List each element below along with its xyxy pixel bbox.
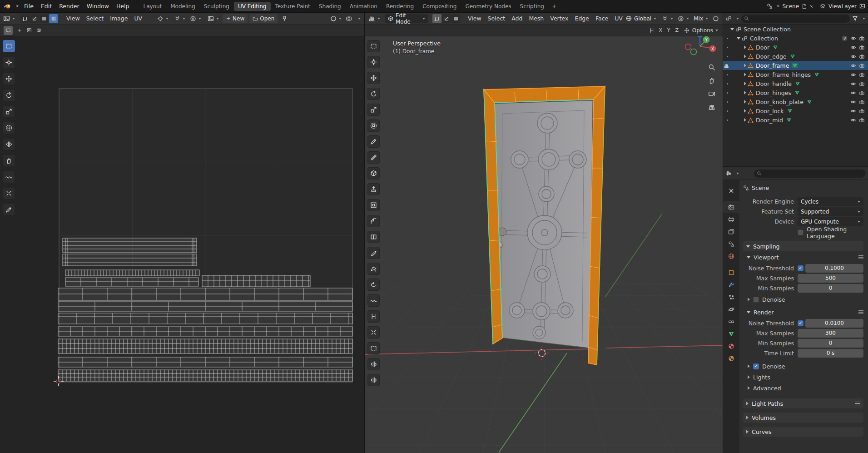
uv-scale-tool[interactable] [3, 105, 15, 118]
expand-toggle[interactable] [744, 45, 746, 49]
view-layer-properties-tab[interactable] [723, 225, 739, 238]
uv-face-select-icon[interactable] [40, 14, 49, 23]
viewport-bevel-tool[interactable] [367, 215, 380, 227]
menu-edit[interactable]: Edit [37, 0, 55, 13]
uv-move-tool[interactable] [3, 73, 15, 85]
viewport-annotate-tool[interactable] [367, 135, 380, 148]
viewport-shrink-flatten-tool[interactable] [367, 326, 380, 339]
workspace-tab-sculpting[interactable]: Sculpting [200, 2, 233, 11]
grid-ortho-icon[interactable] [708, 103, 715, 110]
pan-hand-icon[interactable] [708, 77, 715, 84]
volumes-panel[interactable]: Volumes [743, 413, 863, 423]
workspace-tab-texture-paint[interactable]: Texture Paint [271, 2, 314, 11]
menu-file[interactable]: File [20, 0, 37, 13]
outliner-row-door[interactable]: Door [723, 43, 868, 52]
viewport-smooth-tool[interactable] [367, 294, 380, 307]
outliner-row-door-frame[interactable]: Door_frame [723, 61, 868, 70]
render-max-samples-value[interactable]: 300 [798, 329, 863, 338]
select-intersect-icon[interactable] [34, 26, 43, 35]
render-visibility-camera-icon[interactable] [859, 99, 865, 105]
vertex-select-icon[interactable] [432, 14, 441, 23]
uv-menu-uv[interactable]: UV [131, 13, 145, 25]
workspace-tab-modeling[interactable]: Modeling [166, 2, 199, 11]
uv-transform-tool[interactable] [3, 122, 15, 134]
zoom-icon[interactable] [708, 64, 715, 71]
mix-dropdown[interactable]: Mix [694, 15, 708, 22]
menu-render[interactable]: Render [55, 0, 83, 13]
uv-select-box-tool[interactable] [3, 40, 15, 52]
uv-edge-select-icon[interactable] [30, 14, 39, 23]
properties-search-input[interactable] [764, 170, 863, 177]
uv-rotate-tool[interactable] [3, 89, 15, 101]
visibility-eye-icon[interactable] [850, 117, 856, 123]
uv-menu-image[interactable]: Image [107, 13, 131, 25]
preset-menu-icon[interactable] [858, 255, 863, 259]
time-limit-value[interactable]: 0 s [798, 349, 863, 358]
menu-window[interactable]: Window [83, 0, 113, 13]
workspace-tab-compositing[interactable]: Compositing [418, 2, 461, 11]
outliner-row-door-edge[interactable]: Door_edge [723, 52, 868, 61]
outliner-search[interactable] [741, 15, 850, 23]
viewport-menu-add[interactable]: Add [508, 13, 526, 25]
preset-menu-icon[interactable] [858, 310, 863, 314]
viewport-cursor-tool[interactable] [367, 56, 380, 68]
uv-relax-tool[interactable] [3, 171, 15, 183]
viewport-menu-face[interactable]: Face [592, 13, 611, 25]
render-noise-threshold-checkbox[interactable] [798, 320, 804, 326]
properties-editor-type-icon[interactable] [726, 170, 732, 176]
outliner-row-door-frame-hinges[interactable]: Door_frame_hinges [723, 70, 868, 79]
edge-select-icon[interactable] [442, 14, 451, 23]
shading-sphere-icon[interactable] [713, 15, 719, 22]
outliner-row-door-hinges[interactable]: Door_hinges [723, 88, 868, 97]
visibility-eye-icon[interactable] [850, 72, 856, 78]
render-engine-select[interactable]: Cycles [798, 197, 863, 206]
sampling-viewport-subpanel[interactable]: Viewport [747, 253, 863, 262]
unlink-scene-icon[interactable] [809, 4, 813, 9]
new-scene-icon[interactable] [802, 4, 807, 9]
render-visibility-camera-icon[interactable] [859, 117, 865, 123]
viewport-menu-view[interactable]: View [465, 13, 485, 25]
uv-menu-view[interactable]: View [63, 13, 83, 25]
door-model[interactable] [484, 86, 605, 365]
render-denoise-checkbox[interactable] [753, 363, 759, 369]
viewport-loop-cut-tool[interactable] [367, 231, 380, 243]
visibility-eye-icon[interactable] [850, 63, 856, 69]
expand-toggle[interactable] [744, 73, 746, 76]
blender-logo-icon[interactable] [4, 3, 12, 10]
tool-options-dropdown[interactable]: Options [692, 27, 718, 34]
new-image-button[interactable]: New [223, 14, 248, 23]
render-noise-threshold-value[interactable]: 0.0100 [805, 319, 863, 328]
camera-view-icon[interactable] [708, 90, 715, 97]
uv-editor-type-icon[interactable] [3, 15, 10, 22]
uv-grab-tool[interactable] [3, 154, 15, 167]
collection-exclude-checkbox[interactable] [842, 36, 847, 41]
expand-toggle[interactable] [744, 55, 746, 58]
visibility-eye-icon[interactable] [850, 99, 856, 105]
uv-annotate-tool[interactable] [3, 204, 15, 216]
snap-magnet-icon[interactable] [174, 15, 180, 22]
expand-toggle[interactable] [744, 118, 746, 122]
object-data-properties-tab[interactable] [723, 328, 739, 340]
render-denoise-row[interactable]: Denoise [748, 362, 865, 371]
proportional-editing-icon[interactable] [678, 15, 684, 22]
workspace-tab-shading[interactable]: Shading [315, 2, 345, 11]
view-layer-name-label[interactable]: ViewLayer [828, 3, 857, 10]
mirror-z-button[interactable]: Z [673, 26, 681, 35]
face-select-icon[interactable] [451, 14, 461, 23]
visibility-eye-icon[interactable] [850, 54, 856, 60]
viewport-canvas[interactable] [365, 36, 723, 453]
render-visibility-camera-icon[interactable] [859, 54, 865, 60]
mirror-x-button[interactable]: X [657, 26, 665, 35]
render-visibility-camera-icon[interactable] [859, 81, 865, 87]
uv-overlay-sphere-icon[interactable] [330, 15, 337, 22]
viewport-knife-tool[interactable] [367, 247, 380, 259]
viewport-menu-uv[interactable]: UV [611, 13, 626, 25]
render-visibility-camera-icon[interactable] [859, 45, 865, 50]
scene-name-label[interactable]: Scene [782, 3, 799, 10]
expand-toggle[interactable] [744, 109, 746, 113]
render-min-samples-value[interactable]: 0 [798, 339, 863, 348]
world-properties-tab[interactable] [723, 250, 739, 262]
render-visibility-camera-icon[interactable] [859, 108, 865, 114]
viewport-rip-edge-tool[interactable] [367, 374, 380, 386]
output-properties-tab[interactable] [723, 213, 739, 225]
